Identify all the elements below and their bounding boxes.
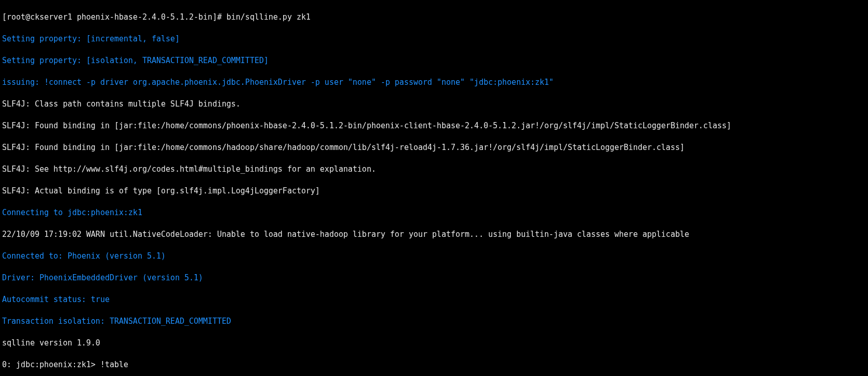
log-line: issuing: !connect -p driver org.apache.p… <box>2 77 866 88</box>
log-line: Connected to: Phoenix (version 5.1) <box>2 251 866 262</box>
log-line: SLF4J: See http://www.slf4j.org/codes.ht… <box>2 164 866 175</box>
log-line: 22/10/09 17:19:02 WARN util.NativeCodeLo… <box>2 229 866 240</box>
log-line: SLF4J: Found binding in [jar:file:/home/… <box>2 142 866 153</box>
log-line: Transaction isolation: TRANSACTION_READ_… <box>2 316 866 327</box>
log-line: Connecting to jdbc:phoenix:zk1 <box>2 207 866 218</box>
log-line: SLF4J: Actual binding is of type [org.sl… <box>2 186 866 197</box>
shell-prompt-line: [root@ckserver1 phoenix-hbase-2.4.0-5.1.… <box>2 12 866 23</box>
log-line: Autocommit status: true <box>2 294 866 305</box>
log-line: sqlline version 1.9.0 <box>2 338 866 349</box>
terminal-output[interactable]: [root@ckserver1 phoenix-hbase-2.4.0-5.1.… <box>0 0 868 376</box>
log-line: SLF4J: Class path contains multiple SLF4… <box>2 99 866 110</box>
sql-prompt-line: 0: jdbc:phoenix:zk1> !table <box>2 359 866 370</box>
log-line: SLF4J: Found binding in [jar:file:/home/… <box>2 121 866 131</box>
log-line: Setting property: [isolation, TRANSACTIO… <box>2 55 866 66</box>
log-line: Driver: PhoenixEmbeddedDriver (version 5… <box>2 273 866 283</box>
log-line: Setting property: [incremental, false] <box>2 34 866 44</box>
